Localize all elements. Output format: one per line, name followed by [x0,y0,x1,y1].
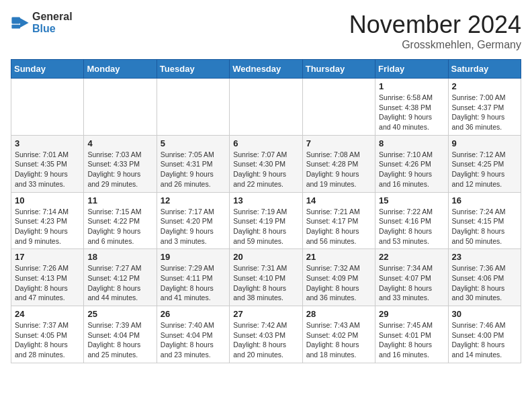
day-number: 30 [452,309,517,319]
calendar-cell: 12Sunrise: 7:17 AM Sunset: 4:20 PM Dayli… [157,192,229,249]
calendar-header-row: SundayMondayTuesdayWednesdayThursdayFrid… [11,60,521,79]
calendar-cell: 17Sunrise: 7:26 AM Sunset: 4:13 PM Dayli… [11,249,84,306]
col-header-tuesday: Tuesday [157,60,229,79]
day-number: 16 [452,195,517,205]
calendar-cell: 2Sunrise: 7:00 AM Sunset: 4:37 PM Daylig… [448,79,521,136]
calendar-week-2: 3Sunrise: 7:01 AM Sunset: 4:35 PM Daylig… [11,135,521,192]
calendar-cell: 29Sunrise: 7:45 AM Sunset: 4:01 PM Dayli… [375,306,448,363]
day-number: 2 [452,81,517,91]
calendar-cell: 26Sunrise: 7:40 AM Sunset: 4:04 PM Dayli… [157,306,229,363]
day-number: 29 [379,309,444,319]
day-number: 23 [452,252,517,262]
calendar-cell: 9Sunrise: 7:12 AM Sunset: 4:25 PM Daylig… [448,135,521,192]
day-info: Sunrise: 7:32 AM Sunset: 4:09 PM Dayligh… [306,263,371,303]
day-number: 19 [161,252,226,262]
day-info: Sunrise: 7:08 AM Sunset: 4:28 PM Dayligh… [306,150,371,189]
logo-blue: Blue [32,23,56,34]
day-info: Sunrise: 7:45 AM Sunset: 4:01 PM Dayligh… [379,320,444,360]
day-number: 14 [306,195,371,205]
day-info: Sunrise: 7:39 AM Sunset: 4:04 PM Dayligh… [87,320,152,360]
day-number: 5 [161,138,226,148]
calendar-cell: 8Sunrise: 7:10 AM Sunset: 4:26 PM Daylig… [375,135,448,192]
day-number: 6 [233,138,298,148]
header: General Blue November 2024 Grosskmehlen,… [11,11,521,51]
calendar-cell: 6Sunrise: 7:07 AM Sunset: 4:30 PM Daylig… [230,135,302,192]
col-header-thursday: Thursday [302,60,375,79]
calendar-cell: 20Sunrise: 7:31 AM Sunset: 4:10 PM Dayli… [230,249,302,306]
svg-rect-0 [11,17,20,24]
day-number: 10 [15,195,80,205]
calendar-week-3: 10Sunrise: 7:14 AM Sunset: 4:23 PM Dayli… [11,192,521,249]
day-info: Sunrise: 7:42 AM Sunset: 4:03 PM Dayligh… [233,320,298,360]
calendar-cell [157,79,229,136]
calendar-cell: 21Sunrise: 7:32 AM Sunset: 4:09 PM Dayli… [302,249,375,306]
day-info: Sunrise: 7:34 AM Sunset: 4:07 PM Dayligh… [379,263,444,303]
day-info: Sunrise: 6:58 AM Sunset: 4:38 PM Dayligh… [379,93,444,132]
day-info: Sunrise: 7:14 AM Sunset: 4:23 PM Dayligh… [15,207,80,246]
day-number: 27 [233,309,298,319]
day-info: Sunrise: 7:00 AM Sunset: 4:37 PM Dayligh… [452,93,517,132]
month-year-title: November 2024 [349,11,521,39]
day-number: 7 [306,138,371,148]
logo-icon [11,13,30,32]
col-header-friday: Friday [375,60,448,79]
day-number: 9 [452,138,517,148]
day-number: 11 [87,195,152,205]
calendar-cell: 11Sunrise: 7:15 AM Sunset: 4:22 PM Dayli… [84,192,157,249]
calendar-cell: 30Sunrise: 7:46 AM Sunset: 4:00 PM Dayli… [448,306,521,363]
day-info: Sunrise: 7:05 AM Sunset: 4:31 PM Dayligh… [161,150,226,189]
logo: General Blue [11,11,73,35]
calendar-cell: 28Sunrise: 7:43 AM Sunset: 4:02 PM Dayli… [302,306,375,363]
calendar-cell: 1Sunrise: 6:58 AM Sunset: 4:38 PM Daylig… [375,79,448,136]
calendar-cell: 5Sunrise: 7:05 AM Sunset: 4:31 PM Daylig… [157,135,229,192]
calendar-cell: 25Sunrise: 7:39 AM Sunset: 4:04 PM Dayli… [84,306,157,363]
day-number: 18 [87,252,152,262]
day-number: 24 [15,309,80,319]
logo-general: General [32,11,73,22]
calendar-cell: 19Sunrise: 7:29 AM Sunset: 4:11 PM Dayli… [157,249,229,306]
calendar-cell [84,79,157,136]
calendar-cell: 18Sunrise: 7:27 AM Sunset: 4:12 PM Dayli… [84,249,157,306]
day-info: Sunrise: 7:43 AM Sunset: 4:02 PM Dayligh… [306,320,371,360]
day-info: Sunrise: 7:07 AM Sunset: 4:30 PM Dayligh… [233,150,298,189]
day-info: Sunrise: 7:10 AM Sunset: 4:26 PM Dayligh… [379,150,444,189]
day-info: Sunrise: 7:17 AM Sunset: 4:20 PM Dayligh… [161,207,226,246]
day-info: Sunrise: 7:36 AM Sunset: 4:06 PM Dayligh… [452,263,517,303]
calendar-week-1: 1Sunrise: 6:58 AM Sunset: 4:38 PM Daylig… [11,79,521,136]
calendar-cell [230,79,302,136]
day-info: Sunrise: 7:19 AM Sunset: 4:19 PM Dayligh… [233,207,298,246]
day-number: 20 [233,252,298,262]
day-info: Sunrise: 7:29 AM Sunset: 4:11 PM Dayligh… [161,263,226,303]
location-subtitle: Grosskmehlen, Germany [349,39,521,51]
calendar-cell [11,79,84,136]
calendar-week-5: 24Sunrise: 7:37 AM Sunset: 4:05 PM Dayli… [11,306,521,363]
day-number: 12 [161,195,226,205]
day-info: Sunrise: 7:22 AM Sunset: 4:16 PM Dayligh… [379,207,444,246]
calendar-cell: 15Sunrise: 7:22 AM Sunset: 4:16 PM Dayli… [375,192,448,249]
calendar-cell: 3Sunrise: 7:01 AM Sunset: 4:35 PM Daylig… [11,135,84,192]
calendar-cell: 14Sunrise: 7:21 AM Sunset: 4:17 PM Dayli… [302,192,375,249]
day-info: Sunrise: 7:27 AM Sunset: 4:12 PM Dayligh… [87,263,152,303]
calendar-cell: 7Sunrise: 7:08 AM Sunset: 4:28 PM Daylig… [302,135,375,192]
calendar-cell: 22Sunrise: 7:34 AM Sunset: 4:07 PM Dayli… [375,249,448,306]
day-number: 13 [233,195,298,205]
calendar-cell: 24Sunrise: 7:37 AM Sunset: 4:05 PM Dayli… [11,306,84,363]
calendar-table: SundayMondayTuesdayWednesdayThursdayFrid… [11,59,521,363]
calendar-cell: 4Sunrise: 7:03 AM Sunset: 4:33 PM Daylig… [84,135,157,192]
calendar-week-4: 17Sunrise: 7:26 AM Sunset: 4:13 PM Dayli… [11,249,521,306]
calendar-cell: 10Sunrise: 7:14 AM Sunset: 4:23 PM Dayli… [11,192,84,249]
day-number: 28 [306,309,371,319]
day-number: 21 [306,252,371,262]
day-info: Sunrise: 7:12 AM Sunset: 4:25 PM Dayligh… [452,150,517,189]
calendar-cell: 27Sunrise: 7:42 AM Sunset: 4:03 PM Dayli… [230,306,302,363]
svg-rect-1 [11,25,20,29]
day-number: 1 [379,81,444,91]
calendar-cell: 23Sunrise: 7:36 AM Sunset: 4:06 PM Dayli… [448,249,521,306]
day-number: 8 [379,138,444,148]
calendar-cell: 16Sunrise: 7:24 AM Sunset: 4:15 PM Dayli… [448,192,521,249]
day-number: 25 [87,309,152,319]
calendar-cell [302,79,375,136]
day-info: Sunrise: 7:21 AM Sunset: 4:17 PM Dayligh… [306,207,371,246]
col-header-monday: Monday [84,60,157,79]
title-area: November 2024 Grosskmehlen, Germany [349,11,521,51]
